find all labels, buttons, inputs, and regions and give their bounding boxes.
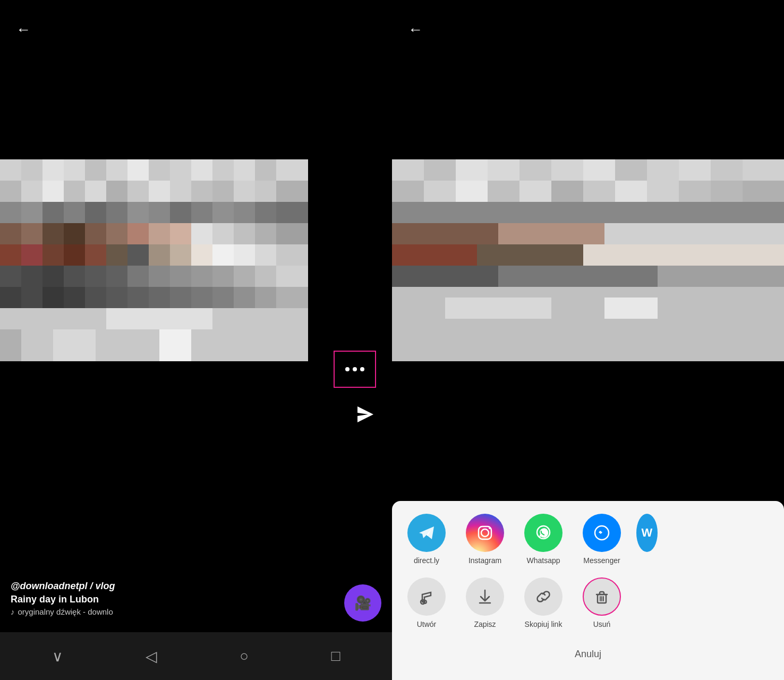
svg-rect-64 bbox=[170, 244, 191, 266]
svg-point-145 bbox=[481, 529, 489, 537]
svg-rect-50 bbox=[170, 223, 191, 244]
nav-square-left[interactable]: □ bbox=[331, 648, 340, 665]
dot-2 bbox=[353, 367, 357, 371]
share-app-messenger[interactable]: Messenger bbox=[578, 514, 626, 565]
share-app-directly[interactable]: direct.ly bbox=[403, 514, 450, 565]
svg-rect-127 bbox=[711, 181, 743, 202]
share-app-whatsapp[interactable]: Whatsapp bbox=[519, 514, 567, 565]
nav-chevron-left[interactable]: ∨ bbox=[52, 648, 63, 665]
svg-rect-9 bbox=[191, 159, 212, 181]
svg-rect-67 bbox=[234, 244, 255, 266]
audio-info-label: ♪ oryginalny dźwięk - downlo bbox=[11, 607, 339, 616]
svg-rect-96 bbox=[255, 287, 276, 308]
svg-rect-40 bbox=[255, 202, 276, 223]
svg-rect-54 bbox=[255, 223, 276, 244]
svg-rect-52 bbox=[212, 223, 234, 244]
zapisz-label: Zapisz bbox=[474, 620, 496, 628]
svg-rect-41 bbox=[276, 202, 308, 223]
svg-rect-0 bbox=[0, 159, 21, 181]
svg-rect-7 bbox=[149, 159, 170, 181]
svg-rect-6 bbox=[127, 159, 149, 181]
svg-rect-84 bbox=[0, 287, 21, 308]
share-button[interactable] bbox=[355, 404, 376, 429]
svg-rect-91 bbox=[149, 287, 170, 308]
svg-rect-1 bbox=[21, 159, 42, 181]
video-title-label: Rainy day in Lubon bbox=[11, 594, 339, 605]
svg-rect-79 bbox=[191, 266, 212, 287]
partial-app-icon: W bbox=[636, 514, 658, 552]
action-usun[interactable]: Usuń bbox=[578, 577, 626, 628]
svg-rect-66 bbox=[212, 244, 234, 266]
svg-rect-76 bbox=[127, 266, 149, 287]
svg-rect-88 bbox=[85, 287, 106, 308]
svg-rect-65 bbox=[191, 244, 212, 266]
left-phone-screen: ← bbox=[0, 0, 392, 680]
svg-rect-123 bbox=[583, 181, 615, 202]
svg-rect-31 bbox=[64, 202, 85, 223]
svg-rect-132 bbox=[604, 223, 784, 244]
nav-back-left[interactable]: ◁ bbox=[146, 648, 157, 665]
svg-rect-71 bbox=[21, 266, 42, 287]
cancel-button[interactable]: Anuluj bbox=[403, 639, 773, 669]
svg-rect-17 bbox=[64, 181, 85, 202]
action-skopiuj-link[interactable]: Skopiuj link bbox=[519, 577, 567, 628]
share-app-partial[interactable]: W bbox=[636, 514, 658, 565]
svg-rect-130 bbox=[392, 223, 498, 244]
skopiuj-label: Skopiuj link bbox=[525, 620, 563, 628]
svg-rect-110 bbox=[551, 159, 583, 181]
svg-rect-10 bbox=[212, 159, 234, 181]
svg-rect-74 bbox=[85, 266, 106, 287]
svg-rect-93 bbox=[191, 287, 212, 308]
svg-rect-47 bbox=[106, 223, 127, 244]
svg-rect-55 bbox=[276, 223, 308, 244]
svg-rect-11 bbox=[234, 159, 255, 181]
svg-rect-135 bbox=[583, 244, 784, 266]
more-options-button[interactable] bbox=[334, 351, 376, 388]
action-utwor[interactable]: Utwór bbox=[403, 577, 450, 628]
dot-3 bbox=[360, 367, 364, 371]
action-zapisz[interactable]: Zapisz bbox=[461, 577, 509, 628]
svg-rect-20 bbox=[127, 181, 149, 202]
svg-rect-97 bbox=[276, 287, 308, 308]
pixelated-thumbnail-left bbox=[0, 159, 308, 361]
svg-rect-21 bbox=[149, 181, 170, 202]
svg-rect-57 bbox=[21, 244, 42, 266]
svg-marker-142 bbox=[419, 526, 434, 539]
messenger-label: Messenger bbox=[583, 556, 620, 565]
svg-rect-19 bbox=[106, 181, 127, 202]
svg-rect-24 bbox=[212, 181, 234, 202]
nav-bar-left: ∨ ◁ ○ □ bbox=[0, 632, 392, 680]
avatar[interactable]: 🎥 bbox=[344, 584, 381, 622]
svg-rect-120 bbox=[488, 181, 519, 202]
svg-rect-44 bbox=[42, 223, 64, 244]
svg-rect-2 bbox=[42, 159, 64, 181]
svg-rect-90 bbox=[127, 287, 149, 308]
svg-rect-5 bbox=[106, 159, 127, 181]
three-dots-icon bbox=[345, 367, 364, 371]
svg-rect-95 bbox=[234, 287, 255, 308]
svg-rect-63 bbox=[149, 244, 170, 266]
svg-rect-28 bbox=[0, 202, 21, 223]
svg-rect-70 bbox=[0, 266, 21, 287]
svg-rect-59 bbox=[64, 244, 85, 266]
svg-rect-26 bbox=[255, 181, 276, 202]
svg-rect-101 bbox=[53, 329, 96, 361]
svg-rect-86 bbox=[42, 287, 64, 308]
back-button-right[interactable]: ← bbox=[408, 21, 423, 38]
svg-rect-37 bbox=[191, 202, 212, 223]
instagram-label: Instagram bbox=[468, 556, 501, 565]
share-arrow-icon bbox=[355, 404, 376, 425]
share-app-instagram[interactable]: Instagram bbox=[461, 514, 509, 565]
svg-rect-124 bbox=[615, 181, 647, 202]
audio-text: oryginalny dźwięk - downlo bbox=[18, 607, 113, 616]
svg-rect-14 bbox=[0, 181, 21, 202]
svg-rect-122 bbox=[551, 181, 583, 202]
back-button-left[interactable]: ← bbox=[16, 21, 31, 38]
video-info: @downloadnetpl / vlog Rainy day in Lubon… bbox=[11, 581, 339, 616]
nav-home-left[interactable]: ○ bbox=[240, 648, 249, 665]
svg-rect-16 bbox=[42, 181, 64, 202]
svg-rect-121 bbox=[519, 181, 551, 202]
utwor-label: Utwór bbox=[417, 620, 437, 628]
svg-rect-105 bbox=[392, 159, 424, 181]
svg-rect-51 bbox=[191, 223, 212, 244]
